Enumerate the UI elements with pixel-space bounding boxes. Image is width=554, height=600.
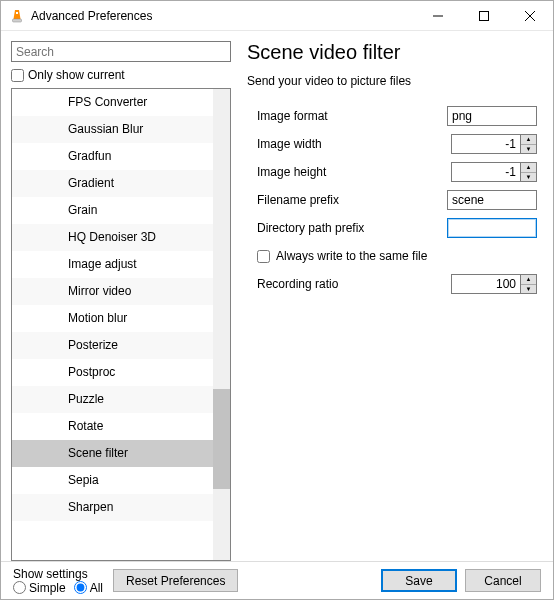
tree-item[interactable]: Scene filter — [12, 440, 230, 467]
spin-down-icon[interactable]: ▼ — [521, 172, 536, 182]
input-directory-prefix[interactable] — [447, 218, 537, 238]
tree-item[interactable]: Sepia — [12, 467, 230, 494]
row-directory-prefix: Directory path prefix — [247, 216, 537, 240]
tree-item[interactable]: Gaussian Blur — [12, 116, 230, 143]
row-image-width: Image width ▲ ▼ — [247, 132, 537, 156]
tree-item[interactable]: Postproc — [12, 359, 230, 386]
svg-marker-0 — [14, 10, 21, 19]
tree-item[interactable]: Gradient — [12, 170, 230, 197]
reset-preferences-button[interactable]: Reset Preferences — [113, 569, 238, 592]
spin-down-icon[interactable]: ▼ — [521, 144, 536, 154]
tree-item[interactable]: Motion blur — [12, 305, 230, 332]
search-input[interactable] — [11, 41, 231, 62]
spin-up-icon[interactable]: ▲ — [521, 275, 536, 284]
main-area: Only show current FPS ConverterGaussian … — [1, 31, 553, 561]
row-recording-ratio: Recording ratio ▲ ▼ — [247, 272, 537, 296]
panel-description: Send your video to picture files — [247, 74, 537, 88]
tree-item[interactable]: Rotate — [12, 413, 230, 440]
save-button[interactable]: Save — [381, 569, 457, 592]
label-image-format: Image format — [257, 109, 328, 123]
row-filename-prefix: Filename prefix — [247, 188, 537, 212]
only-show-current[interactable]: Only show current — [11, 68, 231, 82]
minimize-button[interactable] — [415, 1, 461, 31]
radio-all[interactable]: All — [74, 581, 103, 595]
spin-recording-ratio: ▲ ▼ — [451, 274, 537, 294]
spin-up-icon[interactable]: ▲ — [521, 135, 536, 144]
spin-up-icon[interactable]: ▲ — [521, 163, 536, 172]
tree-item[interactable]: Image adjust — [12, 251, 230, 278]
scrollbar[interactable] — [213, 89, 230, 560]
spin-image-width: ▲ ▼ — [451, 134, 537, 154]
svg-rect-4 — [480, 11, 489, 20]
panel-title: Scene video filter — [247, 41, 537, 64]
window-title: Advanced Preferences — [31, 9, 152, 23]
maximize-button[interactable] — [461, 1, 507, 31]
only-show-current-checkbox[interactable] — [11, 69, 24, 82]
app-icon — [9, 8, 25, 24]
titlebar: Advanced Preferences — [1, 1, 553, 31]
input-recording-ratio[interactable] — [451, 274, 521, 294]
footer: Show settings Simple All Reset Preferenc… — [1, 561, 553, 599]
tree-item[interactable]: FPS Converter — [12, 89, 230, 116]
label-recording-ratio: Recording ratio — [257, 277, 338, 291]
tree-item[interactable]: Sharpen — [12, 494, 230, 521]
radio-simple-input[interactable] — [13, 581, 26, 594]
input-image-format[interactable] — [447, 106, 537, 126]
checkbox-always-write[interactable] — [257, 250, 270, 263]
tree-item[interactable]: Puzzle — [12, 386, 230, 413]
label-directory-prefix: Directory path prefix — [257, 221, 364, 235]
label-filename-prefix: Filename prefix — [257, 193, 339, 207]
label-image-height: Image height — [257, 165, 326, 179]
label-image-width: Image width — [257, 137, 322, 151]
input-image-width[interactable] — [451, 134, 521, 154]
label-always-write: Always write to the same file — [276, 249, 427, 263]
tree-view: FPS ConverterGaussian BlurGradfunGradien… — [11, 88, 231, 561]
radio-simple[interactable]: Simple — [13, 581, 66, 595]
input-image-height[interactable] — [451, 162, 521, 182]
only-show-current-label: Only show current — [28, 68, 125, 82]
settings-panel: Scene video filter Send your video to pi… — [231, 41, 543, 561]
scrollbar-thumb[interactable] — [213, 389, 230, 489]
cancel-button[interactable]: Cancel — [465, 569, 541, 592]
tree-item[interactable]: HQ Denoiser 3D — [12, 224, 230, 251]
show-settings-label: Show settings — [13, 567, 103, 581]
row-image-format: Image format — [247, 104, 537, 128]
close-button[interactable] — [507, 1, 553, 31]
tree-item[interactable]: Mirror video — [12, 278, 230, 305]
radio-all-input[interactable] — [74, 581, 87, 594]
row-always-write[interactable]: Always write to the same file — [247, 244, 537, 268]
input-filename-prefix[interactable] — [447, 190, 537, 210]
svg-rect-1 — [16, 12, 18, 14]
spin-down-icon[interactable]: ▼ — [521, 284, 536, 294]
tree-item[interactable]: Posterize — [12, 332, 230, 359]
svg-rect-2 — [13, 19, 22, 22]
tree-item[interactable]: Gradfun — [12, 143, 230, 170]
tree-item[interactable]: Grain — [12, 197, 230, 224]
show-settings: Show settings Simple All — [13, 567, 103, 595]
spin-image-height: ▲ ▼ — [451, 162, 537, 182]
sidebar: Only show current FPS ConverterGaussian … — [11, 41, 231, 561]
row-image-height: Image height ▲ ▼ — [247, 160, 537, 184]
